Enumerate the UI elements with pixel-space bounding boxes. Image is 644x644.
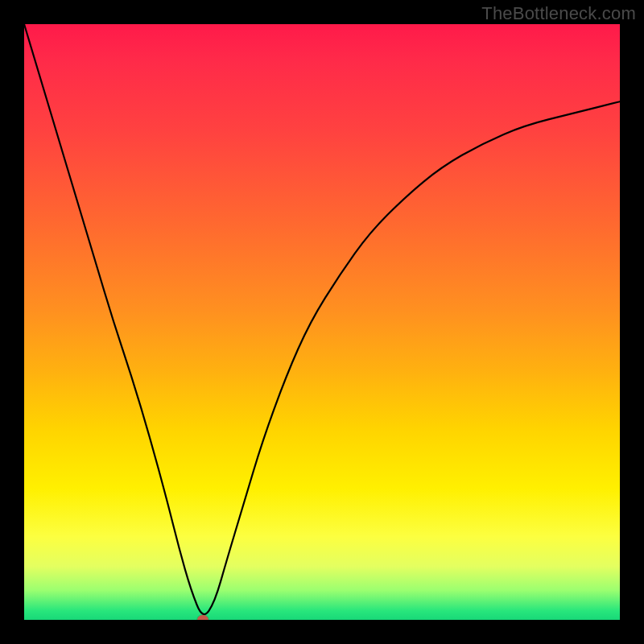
watermark-text: TheBottleneck.com <box>481 3 636 24</box>
chart-frame: TheBottleneck.com <box>0 0 644 644</box>
bottleneck-curve <box>24 24 620 620</box>
minimum-marker <box>197 615 208 620</box>
plot-area <box>24 24 620 620</box>
